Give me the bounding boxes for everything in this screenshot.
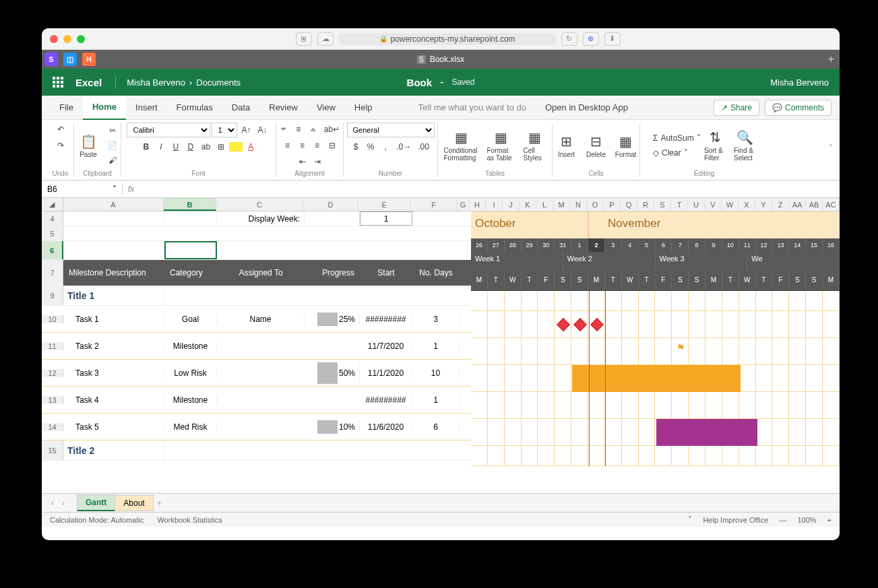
decrease-font-button[interactable]: A↓ xyxy=(255,123,270,137)
autosum-button[interactable]: Σ AutoSum ˅ xyxy=(650,131,699,145)
align-top-button[interactable]: ⫧ xyxy=(277,123,290,136)
user-menu[interactable]: Misha Berveno xyxy=(770,77,829,88)
merge-button[interactable]: ⊟ xyxy=(325,139,339,152)
number-format-select[interactable]: General xyxy=(347,123,435,137)
row-9[interactable]: 9 Title 1 xyxy=(42,286,471,306)
font-name-select[interactable]: Calibri xyxy=(127,123,210,137)
menu-insert[interactable]: Insert xyxy=(126,96,167,120)
minimize-button[interactable] xyxy=(63,35,71,43)
status-dropdown[interactable]: ˅ xyxy=(688,515,692,524)
col-header[interactable]: AC xyxy=(823,198,840,211)
col-header[interactable]: Y xyxy=(755,198,772,211)
app-icon-3[interactable]: H xyxy=(82,53,96,66)
app-icon-1[interactable]: S xyxy=(44,53,58,66)
col-header[interactable]: L xyxy=(536,198,553,211)
row-4[interactable]: 4 Display Week: 1 xyxy=(42,211,471,226)
col-header[interactable]: AB xyxy=(806,198,823,211)
menu-view[interactable]: View xyxy=(307,96,345,120)
display-week-input[interactable]: 1 xyxy=(360,211,412,226)
col-header[interactable]: P xyxy=(604,198,621,211)
row-5[interactable]: 5 xyxy=(42,226,471,241)
col-header[interactable]: R xyxy=(637,198,654,211)
insert-cells-button[interactable]: ⊞Insert xyxy=(553,129,580,162)
col-header[interactable]: Z xyxy=(772,198,789,211)
app-launcher-icon[interactable] xyxy=(53,77,63,88)
col-header-c[interactable]: C xyxy=(216,198,303,211)
italic-button[interactable]: I xyxy=(154,140,168,154)
tab-nav-next[interactable]: › xyxy=(58,498,69,508)
col-header[interactable]: V xyxy=(705,198,722,211)
zoom-level[interactable]: 100% xyxy=(797,516,816,524)
col-header[interactable]: K xyxy=(520,198,536,211)
increase-indent-button[interactable]: ⇥ xyxy=(311,155,324,168)
collapse-ribbon-button[interactable]: ˄ xyxy=(829,143,833,153)
menu-review[interactable]: Review xyxy=(259,96,307,120)
col-header[interactable]: U xyxy=(688,198,705,211)
strikethrough-button[interactable]: ab xyxy=(199,140,213,154)
align-left-button[interactable]: ≡ xyxy=(281,139,294,152)
col-header[interactable]: H xyxy=(469,198,486,211)
tab-gantt[interactable]: Gantt xyxy=(77,494,115,511)
col-header[interactable]: N xyxy=(570,198,587,211)
comma-button[interactable]: , xyxy=(379,140,392,154)
col-header[interactable]: AA xyxy=(789,198,806,211)
doc-title[interactable]: Book-Saved xyxy=(407,76,475,88)
align-bottom-button[interactable]: ⫨ xyxy=(307,123,320,136)
zoom-in-button[interactable]: + xyxy=(827,516,832,524)
col-header[interactable]: J xyxy=(503,198,520,211)
task-row[interactable]: 12Task 3Low Risk50%11/1/202010 xyxy=(42,360,471,387)
tab-about[interactable]: About xyxy=(115,495,153,511)
fill-color-button[interactable] xyxy=(229,142,243,152)
gantt-bar[interactable] xyxy=(656,419,757,446)
col-header[interactable]: M xyxy=(553,198,570,211)
help-improve[interactable]: Help Improve Office xyxy=(703,516,768,524)
paste-button[interactable]: 📋Paste xyxy=(75,129,102,162)
col-header-b[interactable]: B xyxy=(164,198,216,211)
col-header[interactable]: I xyxy=(486,198,503,211)
extension-icon[interactable]: ⊕ xyxy=(583,32,599,46)
add-sheet-button[interactable]: + xyxy=(153,498,166,508)
font-color-button[interactable]: A xyxy=(244,140,257,154)
comments-button[interactable]: 💬Comments xyxy=(765,100,832,116)
select-all-corner[interactable]: ◢ xyxy=(42,198,63,211)
currency-button[interactable]: $ xyxy=(349,140,363,154)
redo-button[interactable]: ↷ xyxy=(54,139,67,152)
tell-me-search[interactable]: Tell me what you want to do xyxy=(409,96,536,120)
col-header[interactable]: X xyxy=(739,198,755,211)
menu-formulas[interactable]: Formulas xyxy=(167,96,222,120)
menu-data[interactable]: Data xyxy=(222,96,259,120)
sort-filter-button[interactable]: ⇅Sort & Filter xyxy=(701,129,728,162)
close-button[interactable] xyxy=(50,35,58,43)
align-right-button[interactable]: ≡ xyxy=(311,139,324,152)
selected-cell-b6[interactable] xyxy=(164,241,217,259)
decrease-decimal-button[interactable]: .00 xyxy=(415,140,432,154)
workbook-stats[interactable]: Workbook Statistics xyxy=(157,516,222,524)
cell-reference[interactable]: B6˅ xyxy=(42,185,123,194)
col-header[interactable]: W xyxy=(722,198,739,211)
gantt-bar[interactable] xyxy=(572,365,741,392)
share-button[interactable]: ↗Share xyxy=(714,100,759,116)
find-select-button[interactable]: 🔍Find & Select xyxy=(731,129,758,162)
bold-button[interactable]: B xyxy=(139,140,153,154)
refresh-icon[interactable]: ↻ xyxy=(561,32,577,46)
task-row[interactable]: 11Task 2Milestone11/7/20201 xyxy=(42,333,471,360)
menu-home[interactable]: Home xyxy=(83,96,126,120)
border-button[interactable]: ⊞ xyxy=(214,140,228,154)
maximize-button[interactable] xyxy=(77,35,85,43)
col-header[interactable]: T xyxy=(671,198,688,211)
open-desktop[interactable]: Open in Desktop App xyxy=(536,96,637,120)
undo-button[interactable]: ↶ xyxy=(54,123,67,136)
menu-file[interactable]: File xyxy=(50,96,83,120)
col-header[interactable]: S xyxy=(654,198,671,211)
align-middle-button[interactable]: ≡ xyxy=(292,123,305,136)
row-15[interactable]: 15 Title 2 xyxy=(42,440,471,461)
increase-font-button[interactable]: A↑ xyxy=(239,123,253,137)
align-center-button[interactable]: ≡ xyxy=(296,139,309,152)
copy-button[interactable]: 📄 xyxy=(104,139,120,152)
cell-styles-button[interactable]: ▦Cell Styles xyxy=(521,129,549,162)
breadcrumb[interactable]: Misha Berveno›Documents xyxy=(127,77,241,88)
conditional-format-button[interactable]: ▦Conditional Formatting xyxy=(441,129,482,162)
font-size-select[interactable]: 11 xyxy=(212,123,237,137)
increase-decimal-button[interactable]: .0→ xyxy=(394,140,414,154)
col-header-d[interactable]: D xyxy=(303,198,358,211)
